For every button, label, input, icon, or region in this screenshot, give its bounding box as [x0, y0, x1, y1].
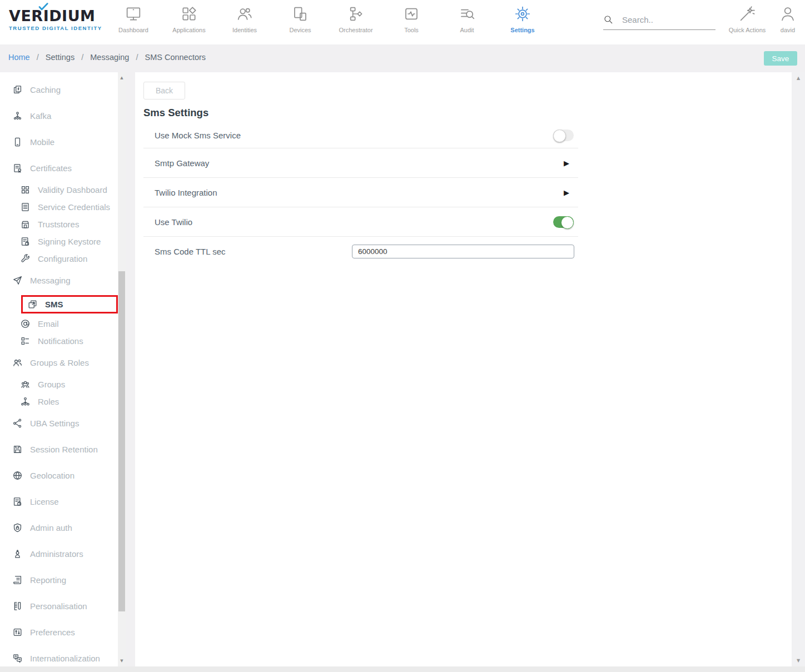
sidebar-item-uba-settings[interactable]: UBA Settings: [0, 410, 118, 436]
settings-sidebar: Caching Kafka Mobile Certificates Validi…: [0, 72, 118, 666]
settings-rows: Use Mock Sms Service Smtp Gateway ▶ Twil…: [143, 123, 578, 266]
use-mock-sms-toggle[interactable]: [553, 130, 574, 141]
global-search: [603, 14, 715, 30]
sidebar-item-service-credentials[interactable]: Service Credentials: [0, 198, 118, 216]
settings-gear-icon: [514, 5, 531, 23]
sms-code-ttl-input[interactable]: [352, 245, 574, 258]
validity-dashboard-icon: [20, 185, 31, 195]
sms-code-ttl-label: Sms Code TTL sec: [155, 247, 226, 256]
nav-identities[interactable]: Identities: [217, 5, 272, 33]
setting-row-twilio-integration[interactable]: Twilio Integration ▶: [143, 178, 578, 207]
internationalization-icon: [12, 653, 23, 664]
sidebar-item-email[interactable]: Email: [0, 315, 118, 332]
sidebar-item-session-retention[interactable]: Session Retention: [0, 436, 118, 462]
nav-applications[interactable]: Applications: [161, 5, 217, 33]
setting-row-use-mock-sms: Use Mock Sms Service: [143, 123, 578, 148]
identities-icon: [236, 5, 254, 23]
sidebar-item-groups-roles[interactable]: Groups & Roles: [0, 350, 118, 376]
breadcrumb-home[interactable]: Home: [8, 53, 30, 62]
truststores-icon: [20, 219, 31, 230]
user-label: david: [781, 27, 795, 33]
applications-icon: [180, 5, 198, 23]
sidebar-item-geolocation[interactable]: Geolocation: [0, 462, 118, 489]
app-header: VERIDIUM TRUSTED DIGITAL IDENTITY Dashbo…: [0, 0, 805, 44]
scroll-up-icon[interactable]: ▲: [792, 76, 805, 81]
back-button[interactable]: Back: [143, 82, 185, 99]
sidebar-item-internationalization[interactable]: Internationalization: [0, 645, 118, 666]
sidebar-item-signing-keystore[interactable]: Signing Keystore: [0, 233, 118, 250]
preferences-icon: [12, 627, 23, 638]
sidebar-item-mobile[interactable]: Mobile: [0, 129, 118, 155]
search-icon: [603, 14, 613, 24]
nav-settings[interactable]: Settings: [495, 5, 550, 33]
breadcrumb-separator: /: [136, 53, 138, 62]
sidebar-item-preferences[interactable]: Preferences: [0, 619, 118, 645]
caching-icon: [12, 84, 23, 95]
user-menu[interactable]: david: [772, 5, 803, 33]
groups-roles-icon: [12, 357, 23, 368]
setting-row-sms-code-ttl: Sms Code TTL sec: [143, 237, 578, 266]
mobile-icon: [12, 137, 23, 147]
sidebar-item-administrators[interactable]: Administrators: [0, 541, 118, 567]
nav-dashboard[interactable]: Dashboard: [106, 5, 161, 33]
nav-label: Applications: [172, 27, 205, 33]
administrators-icon: [12, 549, 23, 559]
breadcrumb-sms-connectors: SMS Connectors: [145, 53, 206, 62]
sidebar-item-reporting[interactable]: Reporting: [0, 567, 118, 593]
sidebar-item-personalisation[interactable]: Personalisation: [0, 593, 118, 619]
audit-icon: [458, 5, 476, 23]
tools-icon: [402, 5, 420, 23]
use-twilio-toggle[interactable]: [553, 216, 574, 228]
sidebar-item-roles[interactable]: Roles: [0, 393, 118, 410]
nav-tools[interactable]: Tools: [384, 5, 439, 33]
orchestrator-icon: [347, 5, 365, 23]
sidebar-scrollbar-thumb[interactable]: [118, 271, 125, 611]
breadcrumb-separator: /: [37, 53, 39, 62]
sidebar-scrollbar[interactable]: ▲ ▼: [118, 72, 126, 666]
nav-audit[interactable]: Audit: [439, 5, 495, 33]
smtp-gateway-label: Smtp Gateway: [155, 158, 209, 168]
scroll-up-icon[interactable]: ▲: [118, 76, 126, 80]
configuration-icon: [20, 253, 31, 264]
breadcrumb-settings[interactable]: Settings: [46, 53, 74, 62]
setting-row-use-twilio: Use Twilio: [143, 207, 578, 237]
sidebar-item-configuration[interactable]: Configuration: [0, 250, 118, 267]
sidebar-item-messaging[interactable]: Messaging: [0, 267, 118, 293]
page-title: Sms Settings: [143, 107, 792, 119]
nav-orchestrator[interactable]: Orchestrator: [328, 5, 384, 33]
messaging-icon: [12, 275, 23, 286]
sidebar-item-admin-auth[interactable]: Admin auth: [0, 515, 118, 541]
sidebar-item-groups[interactable]: Groups: [0, 376, 118, 393]
sidebar-item-kafka[interactable]: Kafka: [0, 103, 118, 129]
brand-tagline: TRUSTED DIGITAL IDENTITY: [9, 25, 102, 31]
breadcrumb-messaging[interactable]: Messaging: [90, 53, 129, 62]
quick-actions-button[interactable]: Quick Actions: [727, 5, 768, 33]
kafka-icon: [12, 111, 23, 121]
use-mock-sms-label: Use Mock Sms Service: [155, 131, 241, 140]
page-scrollbar[interactable]: ▲ ▼: [792, 72, 805, 666]
nav-label: Tools: [404, 27, 419, 33]
session-retention-icon: [12, 444, 23, 455]
sidebar-item-validity-dashboard[interactable]: Validity Dashboard: [0, 181, 118, 198]
sidebar-item-caching[interactable]: Caching: [0, 77, 118, 103]
search-input[interactable]: [622, 15, 705, 24]
nav-label: Settings: [510, 27, 534, 33]
sidebar-item-notifications[interactable]: Notifications: [0, 332, 118, 350]
scroll-down-icon[interactable]: ▼: [792, 658, 805, 663]
breadcrumb: Home / Settings / Messaging / SMS Connec…: [8, 53, 206, 62]
sidebar-item-license[interactable]: License: [0, 489, 118, 515]
sidebar-item-sms[interactable]: SMS: [21, 295, 118, 313]
scroll-down-icon[interactable]: ▼: [118, 659, 126, 663]
save-button[interactable]: Save: [764, 51, 797, 66]
horizontal-scrollbar[interactable]: [0, 666, 805, 672]
veridium-logo[interactable]: VERIDIUM TRUSTED DIGITAL IDENTITY: [9, 7, 102, 31]
expand-arrow-icon[interactable]: ▶: [564, 188, 569, 197]
sidebar-item-truststores[interactable]: Truststores: [0, 216, 118, 233]
devices-icon: [291, 5, 309, 23]
top-nav: Dashboard Applications Identities Device…: [106, 5, 550, 33]
expand-arrow-icon[interactable]: ▶: [564, 159, 569, 167]
sidebar-item-certificates[interactable]: Certificates: [0, 155, 118, 181]
nav-devices[interactable]: Devices: [272, 5, 328, 33]
setting-row-smtp-gateway[interactable]: Smtp Gateway ▶: [143, 148, 578, 178]
personalisation-icon: [12, 601, 23, 611]
